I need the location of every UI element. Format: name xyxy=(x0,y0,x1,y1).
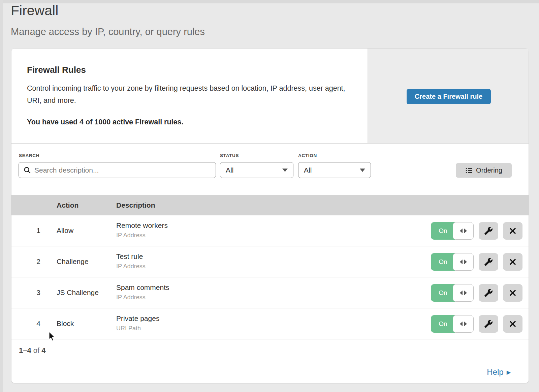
page-subtitle: Manage access by IP, country, or query r… xyxy=(11,26,205,37)
page-title: Firewall xyxy=(11,3,58,19)
toggle-on-label: On xyxy=(431,315,455,333)
rule-action: JS Challenge xyxy=(57,289,99,297)
rule-priority: 4 xyxy=(32,320,45,328)
rule-enabled-toggle[interactable]: On xyxy=(431,253,474,271)
wrench-icon xyxy=(484,289,493,297)
rule-description: Spam comments xyxy=(116,283,169,292)
rule-action: Allow xyxy=(57,227,73,235)
rule-priority: 3 xyxy=(32,289,45,297)
status-label: STATUS xyxy=(220,153,239,158)
arrow-left-icon xyxy=(460,322,463,326)
pagination-row: 1–4 of 4 xyxy=(11,339,529,362)
overview-heading: Firewall Rules xyxy=(27,65,86,75)
filters-section: SEARCH STATUS ACTION All All xyxy=(11,144,529,195)
arrow-left-icon xyxy=(460,260,463,264)
toggle-on-label: On xyxy=(431,222,455,240)
edit-rule-button[interactable] xyxy=(479,284,498,302)
rule-priority: 1 xyxy=(32,227,45,235)
rule-action: Block xyxy=(57,320,74,328)
arrow-left-icon xyxy=(460,229,463,233)
search-label: SEARCH xyxy=(19,153,39,158)
ordering-button-label: Ordering xyxy=(476,167,502,174)
rule-enabled-toggle[interactable]: On xyxy=(431,222,474,240)
rule-field: IP Address xyxy=(116,232,168,239)
ordering-button[interactable]: Ordering xyxy=(456,163,512,178)
toggle-handle[interactable] xyxy=(453,222,474,240)
close-icon xyxy=(509,258,517,266)
help-link-label: Help xyxy=(487,367,503,377)
delete-rule-button[interactable] xyxy=(503,222,522,240)
arrow-left-icon xyxy=(460,291,463,295)
pagination-total: 4 xyxy=(41,346,45,355)
toggle-handle[interactable] xyxy=(453,315,474,333)
arrow-right-icon: ▶ xyxy=(507,369,511,375)
toggle-handle[interactable] xyxy=(453,284,474,302)
table-row: 2 Challenge Test rule IP Address On xyxy=(11,246,529,277)
chevron-down-icon xyxy=(282,169,288,172)
help-link[interactable]: Help ▶ xyxy=(487,367,511,377)
toggle-on-label: On xyxy=(431,253,455,271)
firewall-rules-card: Firewall Rules Control incoming traffic … xyxy=(11,48,529,383)
help-row: Help ▶ xyxy=(11,362,529,383)
table-row: 1 Allow Remote workers IP Address On xyxy=(11,215,529,246)
edit-rule-button[interactable] xyxy=(479,222,498,240)
rule-description: Test rule xyxy=(116,252,146,261)
rule-field: IP Address xyxy=(116,294,169,301)
close-icon xyxy=(509,320,517,328)
edit-rule-button[interactable] xyxy=(479,253,498,271)
status-select-value: All xyxy=(226,166,233,174)
rule-enabled-toggle[interactable]: On xyxy=(431,315,474,333)
table-row: 3 JS Challenge Spam comments IP Address … xyxy=(11,277,529,308)
action-select-value: All xyxy=(304,166,312,174)
create-rule-panel: Create a Firewall rule xyxy=(368,49,529,143)
pagination-range: 1–4 xyxy=(19,346,31,355)
rule-priority: 2 xyxy=(32,258,45,266)
edit-rule-button[interactable] xyxy=(479,315,498,333)
wrench-icon xyxy=(484,258,493,266)
rule-description: Remote workers xyxy=(116,221,168,230)
table-header: Action Description xyxy=(11,195,529,215)
rule-enabled-toggle[interactable]: On xyxy=(431,284,474,302)
rule-field: IP Address xyxy=(116,263,146,270)
delete-rule-button[interactable] xyxy=(503,253,522,271)
arrow-right-icon xyxy=(464,322,467,326)
status-select[interactable]: All xyxy=(220,162,293,178)
chevron-down-icon xyxy=(360,169,365,172)
window-edge-left xyxy=(0,0,3,392)
action-label: ACTION xyxy=(298,153,317,158)
create-firewall-rule-button[interactable]: Create a Firewall rule xyxy=(407,89,491,104)
column-header-action: Action xyxy=(57,195,78,215)
close-icon xyxy=(509,289,517,297)
close-icon xyxy=(509,227,517,235)
rule-field: URI Path xyxy=(116,325,159,332)
action-select[interactable]: All xyxy=(298,162,371,178)
delete-rule-button[interactable] xyxy=(503,315,522,333)
arrow-right-icon xyxy=(464,260,467,264)
ordered-list-icon xyxy=(465,167,473,174)
table-row: 4 Block Private pages URI Path On xyxy=(11,308,529,339)
arrow-right-icon xyxy=(464,229,467,233)
toggle-on-label: On xyxy=(431,284,455,302)
toggle-handle[interactable] xyxy=(453,253,474,271)
window-edge-top xyxy=(0,0,539,3)
overview-description: Control incoming traffic to your zone by… xyxy=(27,82,350,107)
arrow-right-icon xyxy=(464,291,467,295)
overview-section: Firewall Rules Control incoming traffic … xyxy=(11,49,529,144)
rule-description: Private pages xyxy=(116,314,159,323)
rules-usage-text: You have used 4 of 1000 active Firewall … xyxy=(27,118,183,126)
pagination-text: 1–4 of 4 xyxy=(19,346,46,355)
wrench-icon xyxy=(484,320,493,328)
search-icon xyxy=(24,167,31,174)
search-box[interactable] xyxy=(19,162,216,178)
column-header-description: Description xyxy=(116,195,155,215)
pagination-of: of xyxy=(33,346,39,355)
delete-rule-button[interactable] xyxy=(503,284,522,302)
search-input[interactable] xyxy=(34,162,216,178)
wrench-icon xyxy=(484,227,493,235)
rule-action: Challenge xyxy=(57,258,89,266)
